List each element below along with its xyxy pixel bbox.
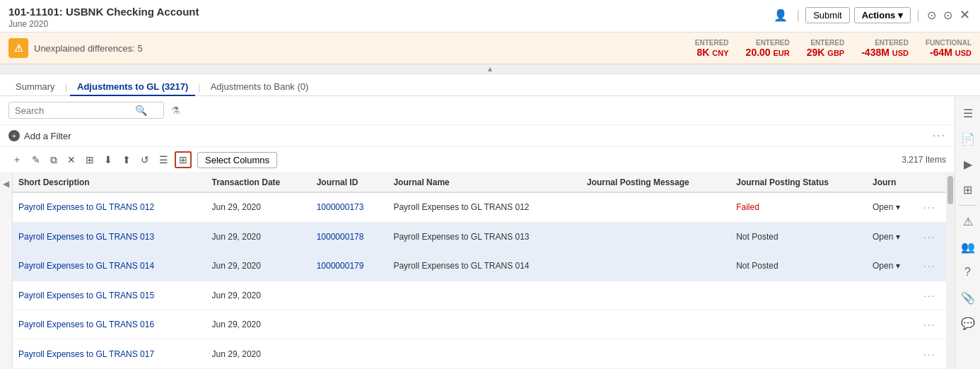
table-section: ◀ Short Description Transaction Date Jou… bbox=[0, 173, 955, 369]
row-journal-id bbox=[311, 281, 388, 310]
actions-button[interactable]: Actions ▾ bbox=[854, 7, 911, 23]
submit-button[interactable]: Submit bbox=[805, 7, 849, 23]
view-btn[interactable]: ☰ bbox=[156, 152, 172, 168]
search-icon[interactable]: 🔍 bbox=[135, 105, 147, 116]
row-posting-status: Not Posted bbox=[730, 252, 867, 281]
sidebar-play-icon[interactable]: ▶ bbox=[957, 153, 979, 175]
stat-eur: ENTERED 20.00 EUR bbox=[746, 39, 790, 58]
row-journal-name bbox=[387, 281, 581, 310]
search-row: 🔍 ⚗ bbox=[0, 96, 955, 125]
copy-btn[interactable]: ⧉ bbox=[47, 152, 61, 168]
sidebar-people-icon[interactable]: 👥 bbox=[957, 235, 979, 258]
table-row[interactable]: Payroll Expenses to GL TRANS 012Jun 29, … bbox=[13, 192, 946, 222]
row-journ[interactable]: Open ▾ bbox=[867, 192, 918, 222]
scrollbar-thumb[interactable] bbox=[947, 176, 953, 204]
banner-stats: ENTERED 8K CNY ENTERED 20.00 EUR ENTERED… bbox=[695, 39, 972, 58]
sidebar-paperclip-icon[interactable]: 📎 bbox=[957, 286, 979, 309]
row-journ[interactable]: Open ▾ bbox=[867, 252, 918, 281]
select-columns-button[interactable]: Select Columns bbox=[197, 152, 277, 168]
row-description[interactable]: Payroll Expenses to GL TRANS 014 bbox=[13, 252, 206, 281]
tab-adjustments-bank[interactable]: Adjustments to Bank (0) bbox=[204, 78, 316, 96]
nav-next-button[interactable]: ⊙ bbox=[942, 7, 954, 23]
row-menu-btn[interactable]: ··· bbox=[918, 281, 946, 310]
delete-btn[interactable]: ✕ bbox=[64, 152, 79, 168]
row-date: Jun 29, 2020 bbox=[206, 281, 311, 310]
row-menu-btn[interactable]: ··· bbox=[918, 192, 946, 222]
page-subtitle: June 2020 bbox=[8, 19, 199, 29]
sidebar-question-icon[interactable]: ? bbox=[957, 261, 979, 283]
table-row[interactable]: Payroll Expenses to GL TRANS 015Jun 29, … bbox=[13, 281, 946, 310]
row-menu-btn[interactable]: ··· bbox=[918, 339, 946, 369]
row-posting-status: Not Posted bbox=[730, 222, 867, 251]
main-table: Short Description Transaction Date Journ… bbox=[13, 173, 946, 369]
edit-btn[interactable]: ✎ bbox=[28, 152, 44, 168]
search-container: 🔍 bbox=[8, 102, 164, 119]
separator-1: | bbox=[796, 8, 800, 23]
col-actions bbox=[918, 173, 946, 192]
refresh-btn[interactable]: ↺ bbox=[137, 152, 153, 168]
banner-message: Unexplained differences: 5 bbox=[34, 43, 143, 54]
row-menu-btn[interactable]: ··· bbox=[918, 222, 946, 251]
highlighted-btn[interactable]: ⊞ bbox=[175, 151, 192, 168]
sidebar-warning-icon[interactable]: ⚠ bbox=[957, 210, 979, 233]
separator-2: | bbox=[916, 8, 920, 23]
columns-btn[interactable]: ⊞ bbox=[82, 152, 98, 168]
row-journ[interactable]: Open ▾ bbox=[867, 222, 918, 251]
row-description[interactable]: Payroll Expenses to GL TRANS 016 bbox=[13, 310, 206, 339]
sidebar-comment-icon[interactable]: 💬 bbox=[957, 312, 979, 334]
sidebar-hierarchy-icon[interactable]: ⊞ bbox=[957, 178, 979, 201]
collapse-arrow: ▲ bbox=[486, 64, 494, 74]
col-description: Short Description bbox=[13, 173, 206, 192]
row-posting-status bbox=[730, 281, 867, 310]
row-journal-id[interactable]: 1000000178 bbox=[311, 222, 388, 251]
tab-sep-2: | bbox=[198, 82, 200, 93]
collapse-handle-row[interactable]: ▲ bbox=[0, 64, 980, 74]
row-journal-id[interactable]: 1000000179 bbox=[311, 252, 388, 281]
add-filter-btn[interactable]: + Add a Filter bbox=[8, 130, 71, 141]
tab-adjustments-gl[interactable]: Adjustments to GL (3217) bbox=[70, 78, 195, 96]
sidebar-doc-icon[interactable]: 📄 bbox=[957, 127, 979, 150]
nav-prev-button[interactable]: ⊙ bbox=[926, 7, 938, 23]
scrollbar[interactable] bbox=[946, 173, 955, 369]
row-journal-name bbox=[387, 339, 581, 369]
upload-btn[interactable]: ⬆ bbox=[119, 152, 134, 168]
search-input[interactable] bbox=[15, 105, 135, 116]
header-right: 👤 | Submit Actions ▾ | ⊙ ⊙ ✕ bbox=[771, 6, 972, 24]
table-row[interactable]: Payroll Expenses to GL TRANS 016Jun 29, … bbox=[13, 310, 946, 339]
filter-more-btn[interactable]: ··· bbox=[933, 129, 946, 142]
table-row[interactable]: Payroll Expenses to GL TRANS 014Jun 29, … bbox=[13, 252, 946, 281]
filter-icon[interactable]: ⚗ bbox=[171, 105, 180, 116]
row-description[interactable]: Payroll Expenses to GL TRANS 017 bbox=[13, 339, 206, 369]
col-journal-id: Journal ID bbox=[311, 173, 388, 192]
tab-summary[interactable]: Summary bbox=[8, 78, 62, 96]
add-btn[interactable]: ＋ bbox=[8, 151, 25, 168]
header: 101-11101: USBNK Checking Account June 2… bbox=[0, 0, 980, 33]
banner-left: ⚠ Unexplained differences: 5 bbox=[8, 38, 143, 58]
left-collapse-handle[interactable]: ◀ bbox=[0, 173, 13, 369]
row-posting-message bbox=[581, 310, 730, 339]
close-button[interactable]: ✕ bbox=[958, 6, 972, 24]
row-menu-btn[interactable]: ··· bbox=[918, 310, 946, 339]
row-journal-id[interactable]: 1000000173 bbox=[311, 192, 388, 222]
col-posting-message: Journal Posting Message bbox=[581, 173, 730, 192]
warning-banner-icon: ⚠ bbox=[8, 38, 28, 58]
user-icon-btn[interactable]: 👤 bbox=[771, 7, 791, 23]
content-area: 🔍 ⚗ + Add a Filter ··· ＋ ✎ ⧉ ✕ ⊞ ⬇ ⬆ bbox=[0, 96, 955, 369]
items-count: 3,217 Items bbox=[902, 155, 946, 165]
col-posting-status: Journal Posting Status bbox=[730, 173, 867, 192]
right-sidebar: ☰ 📄 ▶ ⊞ ⚠ 👥 ? 📎 💬 bbox=[955, 96, 980, 369]
download-btn[interactable]: ⬇ bbox=[100, 152, 116, 168]
row-journ bbox=[867, 281, 918, 310]
table-row[interactable]: Payroll Expenses to GL TRANS 013Jun 29, … bbox=[13, 222, 946, 251]
table-header-row: Short Description Transaction Date Journ… bbox=[13, 173, 946, 192]
tabs-container: Summary | Adjustments to GL (3217) | Adj… bbox=[0, 74, 980, 96]
row-menu-btn[interactable]: ··· bbox=[918, 252, 946, 281]
col-journ: Journ bbox=[867, 173, 918, 192]
row-journ bbox=[867, 310, 918, 339]
table-row[interactable]: Payroll Expenses to GL TRANS 017Jun 29, … bbox=[13, 339, 946, 369]
row-posting-status bbox=[730, 339, 867, 369]
sidebar-list-icon[interactable]: ☰ bbox=[957, 102, 979, 124]
row-description[interactable]: Payroll Expenses to GL TRANS 012 bbox=[13, 192, 206, 222]
row-description[interactable]: Payroll Expenses to GL TRANS 013 bbox=[13, 222, 206, 251]
row-description[interactable]: Payroll Expenses to GL TRANS 015 bbox=[13, 281, 206, 310]
